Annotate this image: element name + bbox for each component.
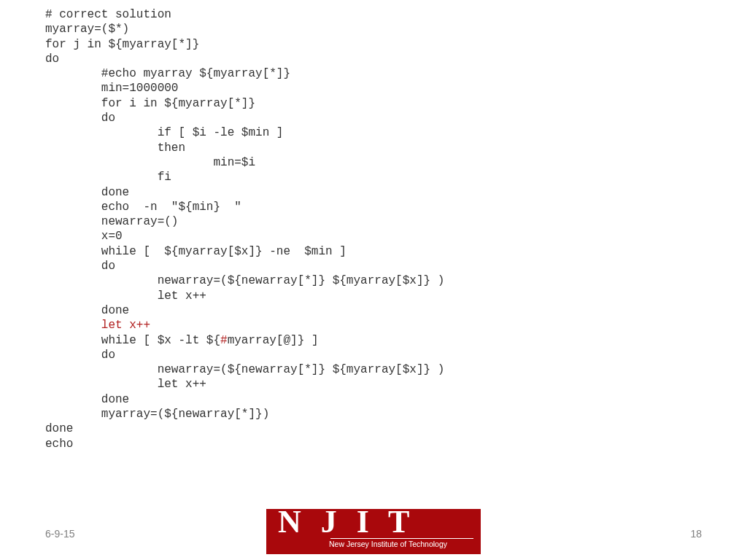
code-line: let x++ bbox=[45, 378, 206, 391]
code-line: x=0 bbox=[45, 230, 123, 243]
code-line: done bbox=[45, 393, 129, 406]
code-line: fi bbox=[45, 171, 171, 184]
code-line: done bbox=[45, 304, 129, 317]
code-line: echo bbox=[45, 438, 73, 451]
code-block: # correct solution myarray=($*) for j in… bbox=[45, 7, 444, 451]
code-line: newarray=(${newarray[*]} ${myarray[$x]} … bbox=[45, 274, 444, 287]
code-line: do bbox=[45, 260, 115, 273]
code-line: while [ ${myarray[$x]} -ne $min ] bbox=[45, 245, 347, 258]
code-line: newarray=(${newarray[*]} ${myarray[$x]} … bbox=[45, 363, 444, 376]
code-line: # correct solution bbox=[45, 8, 171, 21]
code-line: let x++ bbox=[45, 289, 206, 303]
code-line: do bbox=[45, 349, 115, 362]
logo-fullname: New Jersey Institute of Technology bbox=[266, 540, 481, 548]
code-line: do bbox=[45, 112, 115, 125]
code-line: min=$i bbox=[45, 156, 255, 169]
code-line: myarray=(${newarray[*]}) bbox=[45, 408, 269, 421]
logo-acronym: N J I T bbox=[278, 509, 415, 540]
footer-page-number: 18 bbox=[690, 528, 702, 540]
code-line: min=1000000 bbox=[45, 82, 178, 95]
code-line-part bbox=[45, 319, 101, 332]
code-highlight: # bbox=[220, 334, 228, 347]
code-line-part: while [ $x -lt ${ bbox=[45, 334, 220, 347]
code-line: for j in ${myarray[*]} bbox=[45, 38, 199, 51]
code-line: myarray=($*) bbox=[45, 23, 129, 36]
code-line: #echo myarray ${myarray[*]} bbox=[45, 67, 290, 80]
code-line: for i in ${myarray[*]} bbox=[45, 97, 255, 110]
code-highlight: let x++ bbox=[101, 319, 150, 332]
code-line: echo -n "${min} " bbox=[45, 201, 241, 214]
logo-divider bbox=[330, 538, 473, 539]
footer-date: 6-9-15 bbox=[45, 528, 74, 540]
code-line: then bbox=[45, 141, 185, 155]
code-line: newarray=() bbox=[45, 215, 178, 228]
code-line: if [ $i -le $min ] bbox=[45, 126, 283, 139]
slide: # correct solution myarray=($*) for j in… bbox=[0, 0, 747, 560]
code-line: done bbox=[45, 422, 73, 435]
code-line-part: myarray[@]} ] bbox=[228, 334, 319, 347]
code-line: do bbox=[45, 52, 59, 66]
njit-logo: N J I T New Jersey Institute of Technolo… bbox=[266, 509, 481, 554]
code-line: done bbox=[45, 186, 129, 199]
